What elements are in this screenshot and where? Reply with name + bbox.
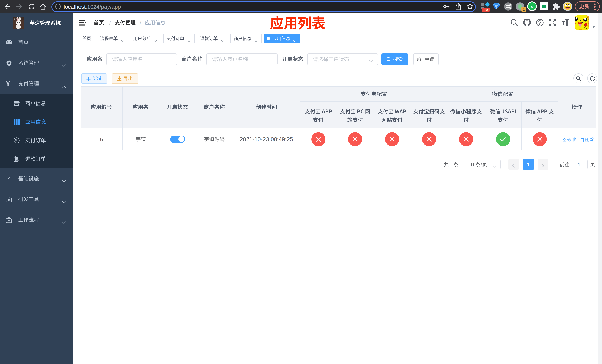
svg-text:10: 10: [484, 8, 488, 12]
svg-text:y: y: [531, 3, 534, 10]
svg-text:1: 1: [523, 8, 525, 11]
